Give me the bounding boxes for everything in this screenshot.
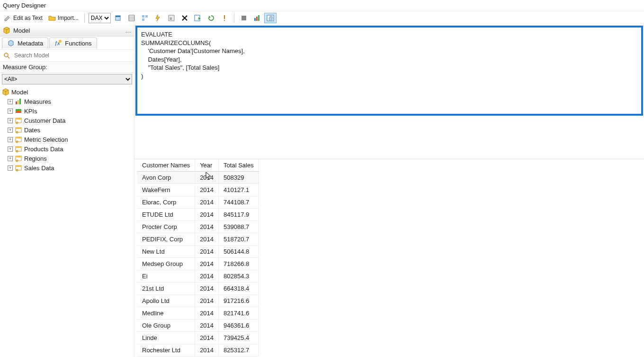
measures-icon <box>15 98 22 105</box>
edit-as-text-label: Edit as Text <box>13 15 43 21</box>
tree-item[interactable]: +Sales Data <box>1 163 133 173</box>
edit-as-text-button[interactable]: Edit as Text <box>2 13 45 23</box>
cell: New Ltd <box>137 246 195 258</box>
cell: Rochester Ltd <box>137 344 195 357</box>
stop-button[interactable] <box>238 13 250 23</box>
svg-rect-12 <box>224 20 225 21</box>
table-row[interactable]: New Ltd2014506144.8 <box>137 246 259 258</box>
tab-metadata[interactable]: Metadata <box>2 37 48 48</box>
expand-icon[interactable]: + <box>8 118 13 123</box>
panel-menu-button[interactable]: … <box>125 27 131 34</box>
tree-item[interactable]: +Measures <box>1 97 133 106</box>
cell: 2014 <box>195 172 219 184</box>
query-editor[interactable]: EVALUATE SUMMARIZECOLUMNS( 'Customer Dat… <box>135 26 643 116</box>
expand-icon[interactable]: + <box>8 128 13 133</box>
svg-point-40 <box>16 150 18 152</box>
refresh-fields-button[interactable] <box>113 13 124 23</box>
cell: 664318.4 <box>219 283 259 295</box>
tree-item[interactable]: +KPIs <box>1 106 133 116</box>
preview-spacer <box>134 117 644 159</box>
search-input[interactable] <box>13 52 131 59</box>
show-calculated-button[interactable]: ≡ <box>166 13 177 23</box>
auto-execute-button[interactable] <box>152 13 164 23</box>
cell: ETUDE Ltd <box>137 209 195 221</box>
svg-rect-23 <box>16 101 17 104</box>
show-empty-cells-button[interactable] <box>139 13 151 23</box>
data-grid-icon <box>128 14 135 22</box>
cell: 825312.7 <box>219 344 259 357</box>
tree-item-label: Products Data <box>24 146 63 153</box>
expand-icon[interactable]: + <box>8 137 13 142</box>
table-row[interactable]: 21st Ltd2014664318.4 <box>137 283 259 295</box>
tree-item[interactable]: +Metric Selection <box>1 135 133 144</box>
table-row[interactable]: Elorac, Corp2014744108.7 <box>137 196 259 209</box>
expand-icon[interactable]: + <box>8 109 13 114</box>
table-row[interactable]: PEDIFIX, Corp2014518720.7 <box>137 233 259 246</box>
window-title: Query Designer <box>0 0 644 11</box>
design-mode-button[interactable] <box>219 13 230 23</box>
expand-icon[interactable]: + <box>8 146 13 152</box>
cell: Medsep Group <box>137 258 195 270</box>
import-button[interactable]: Import... <box>46 13 80 23</box>
search-icon <box>3 52 10 59</box>
tree-item[interactable]: +Regions <box>1 154 133 163</box>
cell: 2014 <box>195 221 219 233</box>
table-row[interactable]: Linde2014739425.4 <box>137 332 259 344</box>
tree-item[interactable]: +Dates <box>1 125 133 135</box>
svg-rect-6 <box>145 15 148 18</box>
parameters-button[interactable]: @ <box>265 13 276 23</box>
table-row[interactable]: Avon Corp2014508329 <box>137 172 259 184</box>
tree-item[interactable]: +Customer Data <box>1 116 133 125</box>
tree-root-model[interactable]: Model <box>1 87 133 97</box>
table-row[interactable]: Procter Corp2014539088.7 <box>137 221 259 233</box>
tree-item-label: Customer Data <box>24 117 65 124</box>
svg-rect-28 <box>16 112 21 113</box>
svg-rect-2 <box>129 15 134 21</box>
table-row[interactable]: Ei2014802854.3 <box>137 270 259 283</box>
cell: 2014 <box>195 320 219 332</box>
measure-group-select[interactable]: <All> <box>2 74 132 84</box>
svg-rect-14 <box>254 18 256 21</box>
expand-icon[interactable]: + <box>8 99 13 104</box>
expand-icon[interactable]: + <box>8 165 13 171</box>
search-row <box>0 49 134 62</box>
cell: Medline <box>137 307 195 320</box>
svg-rect-5 <box>142 15 144 18</box>
at-param-icon: @ <box>267 14 274 22</box>
svg-rect-15 <box>256 17 258 21</box>
table-row[interactable]: Medsep Group2014718266.8 <box>137 258 259 270</box>
svg-point-34 <box>16 131 18 133</box>
tree-item[interactable]: +Products Data <box>1 144 133 154</box>
cell: Apollo Ltd <box>137 295 195 307</box>
delete-button[interactable] <box>179 13 190 23</box>
import-label: Import... <box>58 15 79 21</box>
execute-button[interactable] <box>192 13 204 23</box>
cell: 946361.6 <box>219 320 259 332</box>
column-header[interactable]: Year <box>195 159 219 172</box>
cancel-button[interactable] <box>206 13 217 23</box>
command-type-select[interactable]: DAX <box>89 13 111 23</box>
table-row[interactable]: Rochester Ltd2014825312.7 <box>137 344 259 357</box>
svg-point-21 <box>4 53 8 57</box>
svg-point-46 <box>16 169 18 171</box>
table-row[interactable]: Apollo Ltd2014917216.6 <box>137 295 259 307</box>
cell: 718266.8 <box>219 258 259 270</box>
chart-button[interactable] <box>251 13 263 23</box>
column-header[interactable]: Customer Names <box>137 159 195 172</box>
cell: 2014 <box>195 258 219 270</box>
tab-functions[interactable]: ƒx Functions <box>49 37 97 48</box>
table-row[interactable]: Ole Group2014946361.6 <box>137 320 259 332</box>
cell: 2014 <box>195 184 219 196</box>
column-header[interactable]: Total Sales <box>219 159 259 172</box>
svg-text:@: @ <box>268 16 273 21</box>
table-row[interactable]: ETUDE Ltd2014845117.9 <box>137 209 259 221</box>
table-row[interactable]: WakeFern2014410127.1 <box>137 184 259 196</box>
expand-icon[interactable]: + <box>8 156 13 161</box>
show-aggregations-button[interactable] <box>126 13 137 23</box>
svg-point-43 <box>16 160 18 162</box>
model-tree: Model +Measures+KPIs+Customer Data+Dates… <box>0 86 134 357</box>
tree-item-label: Measures <box>24 98 51 105</box>
panel-header-label: Model <box>13 27 30 34</box>
svg-point-37 <box>16 141 18 143</box>
table-row[interactable]: Medline2014821741.6 <box>137 307 259 320</box>
